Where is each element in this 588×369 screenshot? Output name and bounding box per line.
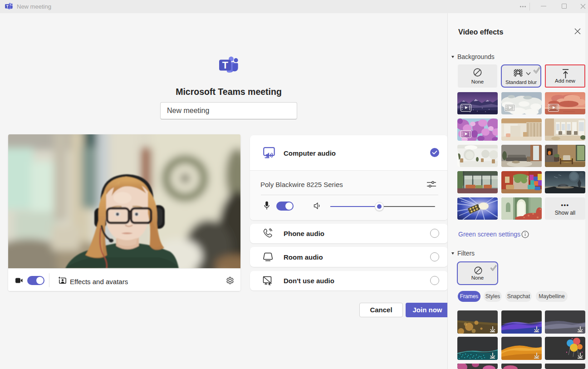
svg-text:T: T xyxy=(222,60,228,71)
svg-text:T: T xyxy=(6,4,9,9)
